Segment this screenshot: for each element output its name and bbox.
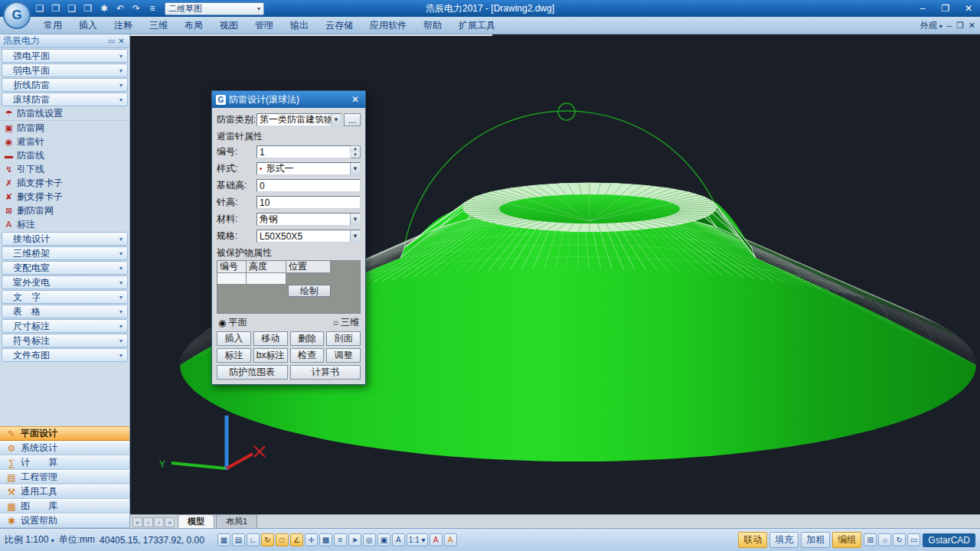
ribbon-tab[interactable]: 三维: [141, 17, 176, 34]
dialog-button[interactable]: 标注: [217, 348, 251, 363]
category-dropdown[interactable]: 第一类防雷建筑物▼: [256, 113, 341, 126]
calculation-report-button[interactable]: 计算书: [290, 365, 361, 380]
status-icon[interactable]: ⊞: [864, 533, 877, 546]
mode-button[interactable]: ✎平面设计: [0, 426, 129, 441]
lightning-line-settings[interactable]: ☂ 防雷线设置: [0, 107, 129, 121]
qat-icon[interactable]: ❒: [82, 2, 94, 15]
sheet-tab[interactable]: 模型: [178, 514, 214, 528]
appearance-menu[interactable]: 外观 ▾: [920, 20, 942, 31]
mode-button[interactable]: ▦图 库: [0, 499, 129, 514]
status-icon[interactable]: A: [444, 533, 457, 546]
status-icon[interactable]: ▩: [319, 533, 332, 546]
doc-close-button[interactable]: ✕: [969, 21, 975, 31]
palette-group[interactable]: 室外变电▾: [2, 276, 128, 289]
dialog-button[interactable]: 调整: [326, 348, 361, 363]
close-icon[interactable]: ✕: [116, 37, 126, 45]
dialog-button[interactable]: 插入: [217, 331, 251, 346]
palette-group[interactable]: 三维桥架▾: [2, 246, 128, 260]
radio-3d[interactable]: ○ 三维: [333, 316, 359, 329]
status-icon[interactable]: ∟: [247, 533, 260, 546]
palette-group[interactable]: 文 字▾: [2, 290, 128, 304]
draw-button[interactable]: 绘制: [288, 285, 331, 297]
style-dropdown[interactable]: • 形式一▼: [256, 162, 361, 175]
ribbon-tab[interactable]: 管理: [247, 17, 282, 34]
status-toggle[interactable]: 联动: [738, 532, 767, 548]
status-icon[interactable]: ∠: [290, 533, 303, 546]
status-icon[interactable]: 1:1 ▾: [407, 533, 428, 546]
maximize-button[interactable]: ❐: [934, 1, 957, 16]
status-icon[interactable]: ◎: [363, 533, 376, 546]
status-icon[interactable]: ≡: [334, 533, 347, 546]
ribbon-tab[interactable]: 帮助: [415, 17, 450, 34]
palette-tool[interactable]: ⊠删防雷网: [0, 204, 129, 217]
palette-group[interactable]: 表 格▾: [2, 305, 128, 318]
sheet-nav-button[interactable]: ‹: [143, 517, 153, 527]
dialog-close-icon[interactable]: ✕: [349, 94, 361, 105]
doc-style-dropdown[interactable]: 二维草图 ▾: [165, 2, 264, 15]
ribbon-tab[interactable]: 视图: [211, 17, 247, 34]
number-input[interactable]: 1: [256, 145, 351, 158]
mode-button[interactable]: ⚙系统设计: [0, 441, 129, 455]
status-icon[interactable]: A: [430, 533, 443, 546]
qat-icon[interactable]: ✱: [98, 2, 110, 15]
palette-group[interactable]: 接地设计▾: [2, 232, 128, 246]
palette-group[interactable]: 尺寸标注▾: [2, 319, 128, 333]
palette-group[interactable]: 符号标注▾: [2, 334, 128, 347]
status-icon[interactable]: ↻: [893, 533, 906, 546]
status-icon[interactable]: ☼: [878, 533, 891, 546]
dialog-button[interactable]: bx标注: [253, 348, 288, 363]
ribbon-tab[interactable]: 扩展工具: [450, 17, 504, 34]
sheet-nav-button[interactable]: ›: [154, 517, 164, 527]
material-dropdown[interactable]: 角钢▼: [256, 213, 361, 226]
minimize-button[interactable]: –: [911, 1, 934, 16]
palette-group[interactable]: 变配电室▾: [2, 261, 128, 275]
ribbon-tab[interactable]: 插入: [70, 17, 106, 34]
ribbon-tab[interactable]: 云存储: [317, 17, 361, 34]
more-button[interactable]: ...: [344, 113, 361, 126]
dialog-button[interactable]: 移动: [253, 331, 288, 346]
mode-button[interactable]: ✱设置帮助: [0, 514, 129, 528]
ribbon-tab[interactable]: 输出: [282, 17, 317, 34]
dialog-button[interactable]: 剖面: [326, 331, 361, 346]
radio-plane[interactable]: ◉ 平面: [218, 316, 247, 329]
status-icon[interactable]: ↻: [261, 533, 274, 546]
doc-minimize-button[interactable]: –: [947, 21, 952, 30]
palette-group[interactable]: 文件布图▾: [2, 348, 128, 362]
app-logo[interactable]: G: [3, 2, 31, 29]
spec-dropdown[interactable]: L50X50X5▼: [256, 230, 361, 243]
sheet-nav-button[interactable]: »: [165, 517, 175, 527]
qat-icon[interactable]: ↷: [130, 2, 142, 15]
qat-icon[interactable]: ≡: [146, 2, 158, 15]
mode-button[interactable]: ▤工程管理: [0, 470, 129, 484]
close-button[interactable]: ✕: [957, 1, 980, 16]
palette-group[interactable]: 滚球防雷▾: [2, 93, 128, 106]
ribbon-tab[interactable]: 常用: [35, 17, 70, 34]
status-icon[interactable]: ▤: [232, 533, 245, 546]
palette-group[interactable]: 强电平面▾: [2, 49, 128, 63]
qat-icon[interactable]: ↶: [114, 2, 126, 15]
qat-icon[interactable]: ❐: [50, 2, 62, 15]
status-icon[interactable]: ➤: [348, 533, 361, 546]
rod-height-input[interactable]: 10: [256, 196, 361, 209]
protection-range-table-button[interactable]: 防护范围表: [217, 365, 288, 380]
palette-tool[interactable]: ✗插支撑卡子: [0, 176, 129, 190]
sheet-nav-button[interactable]: «: [132, 517, 142, 527]
status-icon[interactable]: ▭: [907, 533, 920, 546]
sheet-tab[interactable]: 布局1: [216, 514, 257, 528]
base-height-input[interactable]: 0: [256, 179, 361, 192]
palette-tool[interactable]: ◉避雷针: [0, 135, 129, 148]
ribbon-tab[interactable]: 布局: [176, 17, 211, 34]
palette-tool[interactable]: ▬防雷线: [0, 148, 129, 162]
status-toggle[interactable]: 编组: [832, 532, 861, 548]
palette-tool[interactable]: ▣防雷网: [0, 121, 129, 135]
status-icon[interactable]: ▦: [217, 533, 230, 546]
drawing-canvas[interactable]: Y G 防雷设计(滚球法) ✕ 防雷类别: 第一类防雷建筑物▼ ...: [130, 34, 980, 514]
status-icon[interactable]: ▣: [377, 533, 390, 546]
status-toggle[interactable]: 加粗: [801, 532, 830, 548]
qat-icon[interactable]: ❑: [66, 2, 78, 15]
scale-dropdown[interactable]: 比例 1:100 ▾: [5, 533, 54, 546]
dialog-button[interactable]: 删除: [290, 331, 325, 346]
qat-icon[interactable]: ❏: [34, 2, 46, 15]
status-icon[interactable]: ✛: [305, 533, 318, 546]
mode-button[interactable]: ⚒通用工具: [0, 484, 129, 499]
